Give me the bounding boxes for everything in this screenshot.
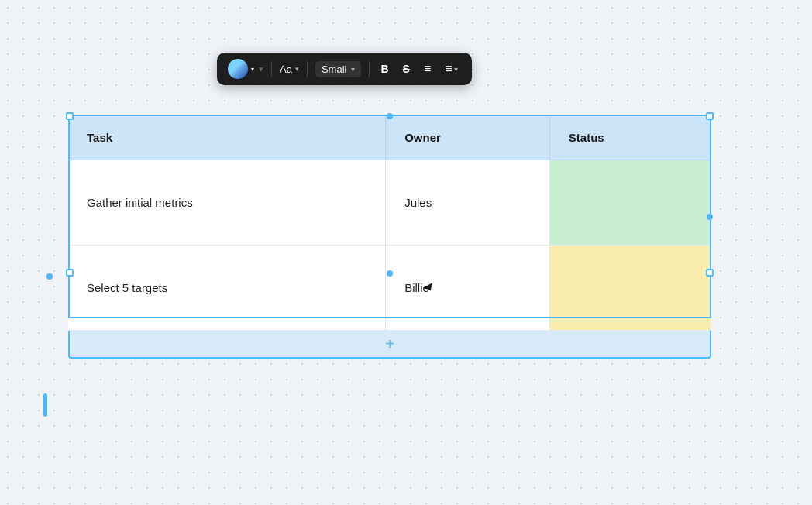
table-row: Select 5 targets Billie	[68, 246, 711, 331]
formatting-toolbar: ▾ Aa ▾ Small ▾ B S ≡ ≡ ▾	[217, 53, 472, 85]
align-icon: ≡	[445, 62, 452, 76]
align-arrow: ▾	[454, 65, 458, 74]
cell-task-1[interactable]: Gather initial metrics	[68, 160, 386, 246]
table-body: Gather initial metrics Jules Select 5 ta…	[68, 160, 711, 331]
font-selector[interactable]: Aa ▾	[280, 64, 299, 75]
size-selector[interactable]: Small ▾	[315, 61, 362, 77]
bold-button[interactable]: B	[377, 61, 391, 77]
cell-task-2[interactable]: Select 5 targets	[68, 246, 386, 331]
toolbar-divider-3	[369, 61, 370, 77]
list-icon: ≡	[424, 62, 431, 76]
cell-owner-1[interactable]: Jules	[386, 160, 550, 246]
add-row-icon: +	[385, 335, 394, 353]
table-container: Task Owner Status Gather initial metrics…	[68, 115, 711, 359]
align-button[interactable]: ≡ ▾	[442, 60, 460, 77]
header-status: Status	[549, 115, 711, 160]
font-arrow: ▾	[295, 65, 299, 73]
color-picker-button[interactable]	[228, 59, 248, 79]
toolbar-divider-1	[271, 61, 272, 77]
cell-owner-2[interactable]: Billie	[386, 246, 550, 331]
font-label: Aa	[280, 64, 292, 75]
left-bar	[43, 393, 47, 417]
table-row: Gather initial metrics Jules	[68, 160, 711, 246]
header-row: Task Owner Status	[68, 115, 711, 160]
size-label: Small	[322, 64, 347, 75]
cell-status-2[interactable]	[549, 246, 711, 331]
left-dot	[46, 273, 53, 280]
cell-status-1[interactable]	[549, 160, 711, 246]
size-arrow: ▾	[351, 65, 355, 74]
data-table: Task Owner Status Gather initial metrics…	[68, 115, 711, 331]
list-button[interactable]: ≡	[421, 60, 434, 77]
toolbar-divider-2	[307, 61, 308, 77]
add-row-bar[interactable]: +	[68, 331, 711, 359]
header-owner: Owner	[386, 115, 550, 160]
strikethrough-button[interactable]: S	[400, 61, 413, 77]
header-task: Task	[68, 115, 386, 160]
table-header: Task Owner Status	[68, 115, 711, 160]
